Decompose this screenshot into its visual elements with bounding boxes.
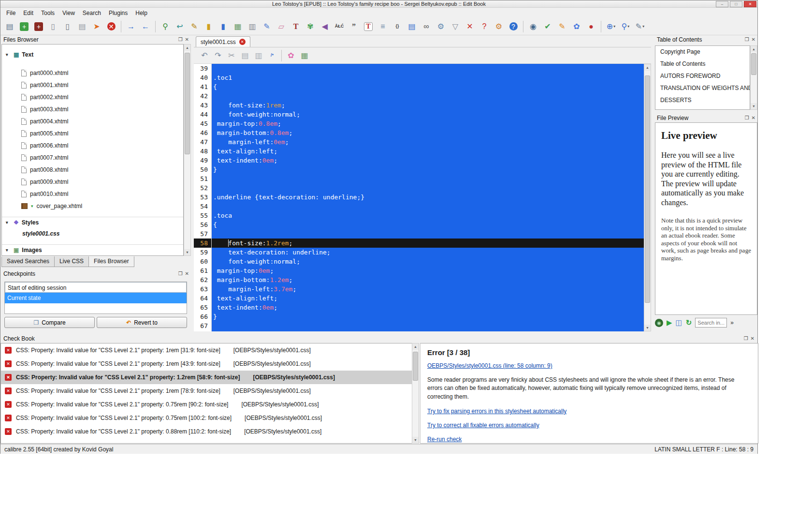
open-book-icon[interactable]: ▯ [46, 20, 60, 33]
browser-globe-icon[interactable]: ⊕▾ [604, 20, 618, 33]
scroll-down-icon[interactable]: ▼ [751, 103, 757, 109]
checkpoint-row[interactable]: Start of editing session [5, 282, 187, 293]
code-line[interactable]: margin-left:3.7em; [212, 284, 644, 294]
insert-image-icon[interactable]: ▦ [231, 20, 245, 33]
code-line[interactable]: font-size:1.2rem; [212, 239, 644, 248]
float-panel-icon[interactable]: ❐ [178, 37, 183, 42]
redo-icon[interactable]: ↷ [211, 49, 225, 62]
editor-code[interactable]: .toc1{ font-size:1rem; font-weight:norma… [212, 64, 644, 331]
code-line[interactable]: { [212, 220, 644, 229]
error-list-scrollbar[interactable]: ▲ ▼ [412, 343, 419, 444]
close-panel-icon[interactable]: ✕ [185, 271, 189, 276]
scroll-up-icon[interactable]: ▲ [751, 46, 757, 52]
code-line[interactable] [212, 183, 644, 193]
scroll-down-icon[interactable]: ▼ [644, 325, 651, 331]
files-tree-scrollbar[interactable]: ▲ ▼ [184, 44, 191, 256]
checkpoint-row[interactable]: Current state [5, 293, 187, 303]
undo-arrow-icon[interactable]: ↩ [173, 20, 187, 33]
insert-image-icon[interactable]: ▦ [298, 49, 311, 62]
save-copy-icon[interactable]: ▤ [75, 20, 89, 33]
scroll-thumb[interactable] [185, 53, 190, 154]
float-panel-icon[interactable]: ❐ [178, 271, 183, 276]
collapse-arrow-icon[interactable]: ▾ [6, 220, 11, 225]
error-item[interactable]: ✕ CSS: Property: Invalid value for "CSS … [1, 398, 412, 411]
file-item-cover[interactable]: ▾ cover_page.xhtml [2, 200, 183, 212]
toc-item[interactable]: Table of Contents [655, 58, 750, 70]
save-book-icon[interactable]: ▯ [60, 20, 75, 33]
copy-icon[interactable]: ▤ [238, 49, 252, 62]
fix-action-link[interactable]: Try to fix parsing errors in this styles… [427, 408, 751, 415]
menu-item[interactable]: Search [79, 9, 105, 17]
scroll-down-icon[interactable]: ▼ [184, 249, 190, 255]
special-characters-icon[interactable]: ÅŁĆ [332, 20, 347, 33]
file-item[interactable]: part0000.xhtml [2, 67, 183, 79]
paste-icon[interactable]: ▥ [252, 49, 265, 62]
collapse-arrow-icon[interactable]: ▾ [6, 52, 11, 57]
file-item[interactable]: part0010.xhtml [2, 188, 183, 200]
close-panel-icon[interactable]: ✕ [185, 37, 189, 42]
sidebar-tab[interactable]: Saved Searches [1, 256, 55, 267]
file-item[interactable]: part0002.xhtml [2, 91, 183, 103]
minimize-button[interactable]: – [716, 1, 728, 7]
split-view-icon[interactable]: ◫ [676, 318, 682, 327]
bug-icon[interactable]: ● [584, 20, 598, 33]
paste-clipboard-icon[interactable]: ▥ [245, 20, 260, 33]
close-panel-icon[interactable]: ✕ [752, 37, 755, 42]
close-button[interactable]: ✕ [744, 1, 756, 7]
code-line[interactable]: text-indent:0em; [212, 156, 644, 165]
scroll-up-icon[interactable]: ▲ [644, 64, 651, 71]
error-item[interactable]: ✕ CSS: Property: Invalid value for "CSS … [1, 343, 412, 357]
code-line[interactable] [212, 229, 644, 239]
menu-item[interactable]: File [2, 9, 19, 17]
close-tab-icon[interactable]: ✕ [239, 39, 246, 45]
code-line[interactable]: font-weight:normal; [212, 110, 644, 119]
file-item[interactable]: part0009.xhtml [2, 176, 183, 188]
remove-unused-icon[interactable]: ✕ [463, 20, 477, 33]
code-line[interactable] [212, 321, 644, 330]
scroll-up-icon[interactable]: ▲ [412, 343, 419, 350]
code-line[interactable]: text-align:left; [212, 294, 644, 303]
scroll-thumb[interactable] [413, 352, 418, 381]
refresh-preview-icon[interactable]: ▶ [667, 318, 672, 327]
code-line[interactable]: text-align:left; [212, 147, 644, 156]
stylesheet-icon[interactable]: ▤ [405, 20, 419, 33]
help-icon[interactable]: ? [506, 20, 521, 33]
file-item[interactable]: part0001.xhtml [2, 79, 183, 91]
tree-section-images[interactable]: ▾ ▣ Images [2, 244, 183, 255]
eraser-icon[interactable]: ▱ [274, 20, 289, 33]
binoculars-icon[interactable]: ∞ [419, 20, 434, 33]
code-line[interactable]: .underline {text-decoration: underline;} [212, 193, 644, 202]
live-reload-icon[interactable]: ◉ [655, 319, 663, 327]
new-search-icon[interactable]: ⚲ [158, 20, 173, 33]
file-item[interactable]: part0007.xhtml [2, 151, 183, 164]
view-icon[interactable]: ◉ [526, 20, 540, 33]
fix-action-link[interactable]: Re-run check [427, 436, 751, 443]
error-location-link[interactable]: OEBPS/Styles/style0001.css (line: 58 col… [427, 362, 751, 369]
collapse-arrow-icon[interactable]: ▾ [6, 248, 11, 253]
toc-scrollbar[interactable]: ▲ ▼ [750, 45, 757, 110]
new-book-icon[interactable]: ▤ [2, 20, 17, 33]
upgrade-gears-icon[interactable]: ⚙ [492, 20, 506, 33]
add-file-icon[interactable]: + [17, 20, 31, 33]
dropdown-arrow-icon[interactable]: ▾ [627, 24, 629, 29]
menu-item[interactable]: View [58, 9, 79, 17]
error-item[interactable]: ✕ CSS: Property: Invalid value for "CSS … [1, 384, 412, 398]
dropdown-arrow-icon[interactable]: ▾ [613, 24, 615, 29]
code-line[interactable]: font-size:1rem; [212, 101, 644, 110]
inspect-icon[interactable]: ? [477, 20, 492, 33]
quotes-icon[interactable]: ” [347, 20, 361, 33]
file-item[interactable]: part0003.xhtml [2, 103, 183, 115]
code-line[interactable]: .toca [212, 211, 644, 220]
create-checkpoint-icon[interactable]: ➤ [89, 20, 104, 33]
code-line[interactable]: margin-bottom:0.8em; [212, 128, 644, 137]
cut-icon[interactable]: ✂ [225, 49, 238, 62]
menu-item[interactable]: Tools [37, 9, 58, 17]
menu-item[interactable]: Help [131, 9, 151, 17]
file-item[interactable]: part0004.xhtml [2, 115, 183, 127]
ink-pen-icon[interactable]: ✎ [555, 20, 569, 33]
code-line[interactable]: } [212, 165, 644, 174]
code-line[interactable] [212, 91, 644, 101]
smarten-punctuation-icon[interactable]: ◀ [318, 20, 332, 33]
file-item-css[interactable]: style0001.css [2, 227, 183, 239]
preview-search-input[interactable] [695, 318, 727, 328]
